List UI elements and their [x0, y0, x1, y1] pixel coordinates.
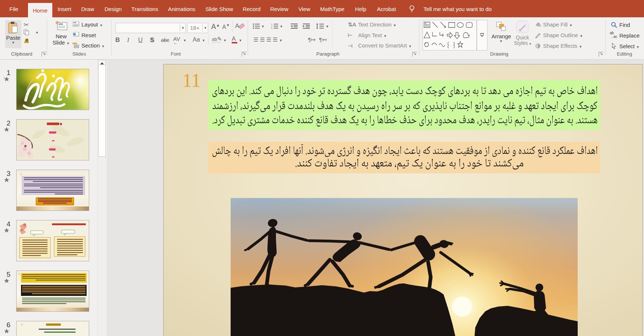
svg-text:A: A — [425, 21, 427, 25]
svg-text:3: 3 — [271, 27, 272, 29]
svg-text:A: A — [235, 22, 239, 29]
